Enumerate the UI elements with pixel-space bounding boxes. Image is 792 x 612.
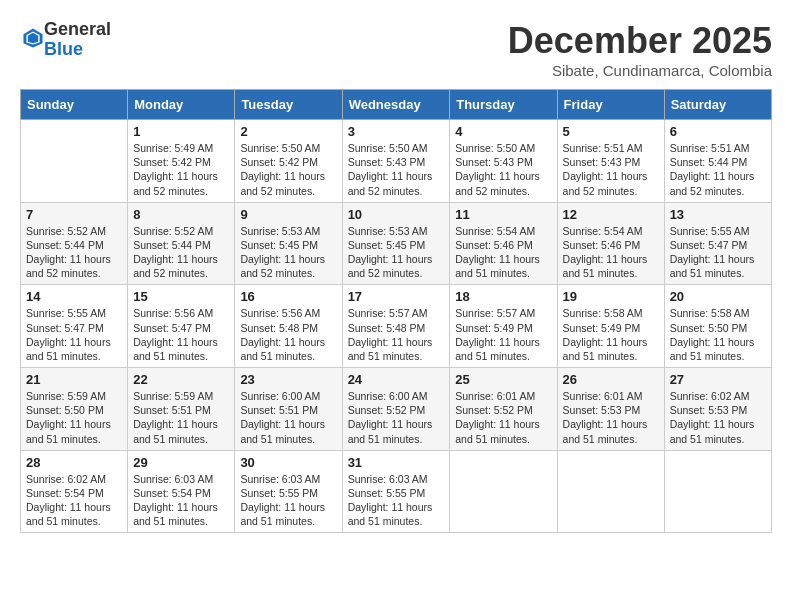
logo-icon bbox=[22, 27, 44, 49]
calendar-cell: 15Sunrise: 5:56 AM Sunset: 5:47 PM Dayli… bbox=[128, 285, 235, 368]
weekday-header: Thursday bbox=[450, 90, 557, 120]
day-number: 24 bbox=[348, 372, 445, 387]
calendar-cell: 9Sunrise: 5:53 AM Sunset: 5:45 PM Daylig… bbox=[235, 202, 342, 285]
day-info: Sunrise: 5:54 AM Sunset: 5:46 PM Dayligh… bbox=[563, 224, 659, 281]
calendar-cell: 31Sunrise: 6:03 AM Sunset: 5:55 PM Dayli… bbox=[342, 450, 450, 533]
calendar-cell: 1Sunrise: 5:49 AM Sunset: 5:42 PM Daylig… bbox=[128, 120, 235, 203]
calendar-cell: 30Sunrise: 6:03 AM Sunset: 5:55 PM Dayli… bbox=[235, 450, 342, 533]
calendar-cell bbox=[450, 450, 557, 533]
day-info: Sunrise: 5:56 AM Sunset: 5:48 PM Dayligh… bbox=[240, 306, 336, 363]
calendar-cell: 11Sunrise: 5:54 AM Sunset: 5:46 PM Dayli… bbox=[450, 202, 557, 285]
day-number: 4 bbox=[455, 124, 551, 139]
header: General Blue December 2025 Sibate, Cundi… bbox=[20, 20, 772, 79]
day-info: Sunrise: 5:55 AM Sunset: 5:47 PM Dayligh… bbox=[26, 306, 122, 363]
location-title: Sibate, Cundinamarca, Colombia bbox=[508, 62, 772, 79]
calendar-cell: 23Sunrise: 6:00 AM Sunset: 5:51 PM Dayli… bbox=[235, 368, 342, 451]
weekday-header: Friday bbox=[557, 90, 664, 120]
weekday-header: Sunday bbox=[21, 90, 128, 120]
calendar-week-row: 28Sunrise: 6:02 AM Sunset: 5:54 PM Dayli… bbox=[21, 450, 772, 533]
day-number: 6 bbox=[670, 124, 766, 139]
day-info: Sunrise: 5:50 AM Sunset: 5:43 PM Dayligh… bbox=[348, 141, 445, 198]
day-info: Sunrise: 5:59 AM Sunset: 5:50 PM Dayligh… bbox=[26, 389, 122, 446]
day-number: 23 bbox=[240, 372, 336, 387]
calendar-cell bbox=[557, 450, 664, 533]
day-number: 13 bbox=[670, 207, 766, 222]
day-number: 7 bbox=[26, 207, 122, 222]
day-info: Sunrise: 5:53 AM Sunset: 5:45 PM Dayligh… bbox=[240, 224, 336, 281]
day-info: Sunrise: 5:51 AM Sunset: 5:44 PM Dayligh… bbox=[670, 141, 766, 198]
calendar-cell: 20Sunrise: 5:58 AM Sunset: 5:50 PM Dayli… bbox=[664, 285, 771, 368]
day-info: Sunrise: 5:56 AM Sunset: 5:47 PM Dayligh… bbox=[133, 306, 229, 363]
calendar-table: SundayMondayTuesdayWednesdayThursdayFrid… bbox=[20, 89, 772, 533]
calendar-week-row: 21Sunrise: 5:59 AM Sunset: 5:50 PM Dayli… bbox=[21, 368, 772, 451]
calendar-cell: 18Sunrise: 5:57 AM Sunset: 5:49 PM Dayli… bbox=[450, 285, 557, 368]
day-info: Sunrise: 5:55 AM Sunset: 5:47 PM Dayligh… bbox=[670, 224, 766, 281]
day-number: 22 bbox=[133, 372, 229, 387]
day-info: Sunrise: 6:01 AM Sunset: 5:53 PM Dayligh… bbox=[563, 389, 659, 446]
day-info: Sunrise: 6:00 AM Sunset: 5:51 PM Dayligh… bbox=[240, 389, 336, 446]
day-info: Sunrise: 5:52 AM Sunset: 5:44 PM Dayligh… bbox=[133, 224, 229, 281]
calendar-cell: 21Sunrise: 5:59 AM Sunset: 5:50 PM Dayli… bbox=[21, 368, 128, 451]
title-section: December 2025 Sibate, Cundinamarca, Colo… bbox=[508, 20, 772, 79]
day-info: Sunrise: 5:58 AM Sunset: 5:50 PM Dayligh… bbox=[670, 306, 766, 363]
calendar-cell: 12Sunrise: 5:54 AM Sunset: 5:46 PM Dayli… bbox=[557, 202, 664, 285]
calendar-cell: 13Sunrise: 5:55 AM Sunset: 5:47 PM Dayli… bbox=[664, 202, 771, 285]
day-info: Sunrise: 5:57 AM Sunset: 5:49 PM Dayligh… bbox=[455, 306, 551, 363]
calendar-week-row: 1Sunrise: 5:49 AM Sunset: 5:42 PM Daylig… bbox=[21, 120, 772, 203]
day-number: 15 bbox=[133, 289, 229, 304]
day-info: Sunrise: 6:00 AM Sunset: 5:52 PM Dayligh… bbox=[348, 389, 445, 446]
calendar-week-row: 14Sunrise: 5:55 AM Sunset: 5:47 PM Dayli… bbox=[21, 285, 772, 368]
day-info: Sunrise: 5:58 AM Sunset: 5:49 PM Dayligh… bbox=[563, 306, 659, 363]
calendar-cell: 25Sunrise: 6:01 AM Sunset: 5:52 PM Dayli… bbox=[450, 368, 557, 451]
calendar-cell: 8Sunrise: 5:52 AM Sunset: 5:44 PM Daylig… bbox=[128, 202, 235, 285]
day-info: Sunrise: 5:59 AM Sunset: 5:51 PM Dayligh… bbox=[133, 389, 229, 446]
weekday-header: Wednesday bbox=[342, 90, 450, 120]
calendar-cell: 3Sunrise: 5:50 AM Sunset: 5:43 PM Daylig… bbox=[342, 120, 450, 203]
day-number: 12 bbox=[563, 207, 659, 222]
day-number: 11 bbox=[455, 207, 551, 222]
weekday-header: Saturday bbox=[664, 90, 771, 120]
day-number: 10 bbox=[348, 207, 445, 222]
calendar-cell: 4Sunrise: 5:50 AM Sunset: 5:43 PM Daylig… bbox=[450, 120, 557, 203]
day-number: 9 bbox=[240, 207, 336, 222]
day-number: 5 bbox=[563, 124, 659, 139]
day-number: 26 bbox=[563, 372, 659, 387]
day-info: Sunrise: 6:02 AM Sunset: 5:54 PM Dayligh… bbox=[26, 472, 122, 529]
day-number: 28 bbox=[26, 455, 122, 470]
logo-general: General bbox=[44, 19, 111, 39]
calendar-week-row: 7Sunrise: 5:52 AM Sunset: 5:44 PM Daylig… bbox=[21, 202, 772, 285]
logo-text: General Blue bbox=[44, 20, 111, 60]
day-info: Sunrise: 5:49 AM Sunset: 5:42 PM Dayligh… bbox=[133, 141, 229, 198]
day-number: 29 bbox=[133, 455, 229, 470]
calendar-cell: 6Sunrise: 5:51 AM Sunset: 5:44 PM Daylig… bbox=[664, 120, 771, 203]
logo: General Blue bbox=[20, 20, 111, 60]
calendar-cell: 16Sunrise: 5:56 AM Sunset: 5:48 PM Dayli… bbox=[235, 285, 342, 368]
day-number: 14 bbox=[26, 289, 122, 304]
month-title: December 2025 bbox=[508, 20, 772, 62]
day-number: 18 bbox=[455, 289, 551, 304]
day-number: 25 bbox=[455, 372, 551, 387]
day-info: Sunrise: 5:57 AM Sunset: 5:48 PM Dayligh… bbox=[348, 306, 445, 363]
calendar-cell: 17Sunrise: 5:57 AM Sunset: 5:48 PM Dayli… bbox=[342, 285, 450, 368]
calendar-cell: 29Sunrise: 6:03 AM Sunset: 5:54 PM Dayli… bbox=[128, 450, 235, 533]
calendar-cell: 7Sunrise: 5:52 AM Sunset: 5:44 PM Daylig… bbox=[21, 202, 128, 285]
calendar-cell: 14Sunrise: 5:55 AM Sunset: 5:47 PM Dayli… bbox=[21, 285, 128, 368]
day-number: 31 bbox=[348, 455, 445, 470]
calendar-cell: 5Sunrise: 5:51 AM Sunset: 5:43 PM Daylig… bbox=[557, 120, 664, 203]
day-info: Sunrise: 5:52 AM Sunset: 5:44 PM Dayligh… bbox=[26, 224, 122, 281]
day-info: Sunrise: 6:03 AM Sunset: 5:55 PM Dayligh… bbox=[240, 472, 336, 529]
day-number: 17 bbox=[348, 289, 445, 304]
calendar-cell: 10Sunrise: 5:53 AM Sunset: 5:45 PM Dayli… bbox=[342, 202, 450, 285]
calendar-cell bbox=[664, 450, 771, 533]
day-info: Sunrise: 6:02 AM Sunset: 5:53 PM Dayligh… bbox=[670, 389, 766, 446]
logo-blue: Blue bbox=[44, 39, 83, 59]
calendar-cell bbox=[21, 120, 128, 203]
calendar-cell: 22Sunrise: 5:59 AM Sunset: 5:51 PM Dayli… bbox=[128, 368, 235, 451]
day-info: Sunrise: 6:03 AM Sunset: 5:55 PM Dayligh… bbox=[348, 472, 445, 529]
calendar-cell: 27Sunrise: 6:02 AM Sunset: 5:53 PM Dayli… bbox=[664, 368, 771, 451]
calendar-cell: 28Sunrise: 6:02 AM Sunset: 5:54 PM Dayli… bbox=[21, 450, 128, 533]
day-number: 8 bbox=[133, 207, 229, 222]
day-info: Sunrise: 6:01 AM Sunset: 5:52 PM Dayligh… bbox=[455, 389, 551, 446]
weekday-header: Tuesday bbox=[235, 90, 342, 120]
calendar-cell: 26Sunrise: 6:01 AM Sunset: 5:53 PM Dayli… bbox=[557, 368, 664, 451]
